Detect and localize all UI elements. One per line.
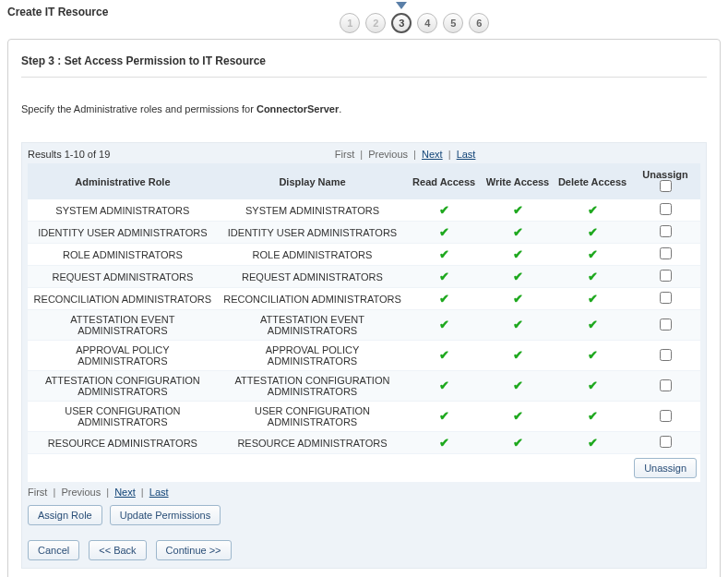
table-row: ROLE ADMINISTRATORSROLE ADMINISTRATORS (28, 244, 700, 266)
cancel-button[interactable]: Cancel (28, 540, 79, 560)
col-header-unassign-label: Unassign (634, 169, 697, 180)
results-count: Results 1-10 of 19 (28, 149, 110, 160)
cell-display: ROLE ADMINISTRATORS (218, 244, 408, 266)
step-title: Step 3 : Set Access Permission to IT Res… (21, 54, 707, 67)
cell-delete-access (555, 222, 630, 244)
check-icon (511, 226, 524, 239)
pager-last-bottom[interactable]: Last (149, 487, 169, 498)
cell-delete-access (555, 244, 630, 266)
col-header-unassign: Unassign (630, 163, 700, 199)
svg-marker-0 (396, 2, 407, 9)
cell-role: ROLE ADMINISTRATORS (28, 244, 218, 266)
unassign-checkbox[interactable] (660, 270, 672, 282)
table-row: REQUEST ADMINISTRATORSREQUEST ADMINISTRA… (28, 266, 700, 288)
wizard-stepper: 123456 (340, 6, 489, 33)
cell-read-access (407, 432, 481, 454)
cell-display: ATTESTATION CONFIGURATION ADMINISTRATORS (218, 371, 408, 402)
check-icon (586, 379, 599, 392)
unassign-checkbox[interactable] (660, 379, 672, 391)
cell-delete-access (555, 341, 630, 371)
wizard-panel: Step 3 : Set Access Permission to IT Res… (7, 39, 721, 577)
col-header-write: Write Access (481, 163, 555, 199)
table-row: RECONCILIATION ADMINISTRATORSRECONCILIAT… (28, 288, 700, 310)
cell-read-access (407, 341, 481, 371)
wizard-step-6[interactable]: 6 (469, 13, 489, 33)
check-icon (437, 204, 450, 217)
unassign-checkbox[interactable] (660, 410, 672, 422)
back-button[interactable]: << Back (89, 540, 146, 560)
wizard-step-4[interactable]: 4 (417, 13, 437, 33)
check-icon (511, 293, 524, 306)
assign-role-button[interactable]: Assign Role (28, 505, 102, 525)
cell-unassign (630, 432, 700, 454)
permissions-table-region: Results 1-10 of 19 First | Previous | Ne… (21, 142, 707, 569)
cell-delete-access (555, 432, 630, 454)
check-icon (437, 319, 450, 331)
pager-next[interactable]: Next (422, 149, 443, 160)
cell-write-access (481, 402, 555, 432)
cell-write-access (481, 266, 555, 288)
instruction-text: Specify the Administrative roles and per… (21, 103, 707, 114)
cell-unassign (630, 341, 700, 371)
unassign-checkbox[interactable] (660, 436, 672, 448)
unassign-checkbox[interactable] (660, 203, 672, 215)
pager-next-bottom[interactable]: Next (114, 487, 136, 498)
step-indicator-icon (340, 2, 489, 9)
table-row: SYSTEM ADMINISTRATORSSYSTEM ADMINISTRATO… (28, 199, 700, 222)
unassign-all-checkbox[interactable] (660, 180, 672, 192)
cell-unassign (630, 371, 700, 402)
permissions-table-body: SYSTEM ADMINISTRATORSSYSTEM ADMINISTRATO… (28, 199, 700, 454)
update-permissions-button[interactable]: Update Permissions (110, 505, 221, 525)
cell-display: SYSTEM ADMINISTRATORS (218, 199, 408, 222)
cell-role: RESOURCE ADMINISTRATORS (28, 432, 218, 454)
check-icon (511, 319, 524, 331)
cell-unassign (630, 222, 700, 244)
pager-top: First | Previous | Next | Last (110, 149, 700, 160)
unassign-button[interactable]: Unassign (634, 458, 697, 478)
wizard-step-3[interactable]: 3 (391, 13, 412, 33)
divider (21, 77, 707, 78)
cell-delete-access (555, 402, 630, 432)
unassign-checkbox[interactable] (660, 349, 672, 361)
cell-unassign (630, 199, 700, 222)
check-icon (586, 437, 599, 450)
instr-suffix: . (339, 103, 341, 114)
check-icon (511, 410, 524, 423)
continue-button[interactable]: Continue >> (156, 540, 232, 560)
check-icon (437, 379, 450, 392)
cell-unassign (630, 310, 700, 341)
check-icon (586, 248, 599, 261)
unassign-checkbox[interactable] (660, 319, 672, 331)
unassign-checkbox[interactable] (660, 247, 672, 259)
table-row: IDENTITY USER ADMINISTRATORSIDENTITY USE… (28, 222, 700, 244)
pager-previous-bottom: Previous (61, 487, 101, 498)
cell-read-access (407, 222, 481, 244)
col-header-display: Display Name (218, 163, 408, 199)
wizard-step-5[interactable]: 5 (443, 13, 463, 33)
cell-display: RESOURCE ADMINISTRATORS (218, 432, 408, 454)
cell-display: IDENTITY USER ADMINISTRATORS (218, 222, 408, 244)
cell-role: ATTESTATION CONFIGURATION ADMINISTRATORS (28, 371, 218, 402)
check-icon (437, 270, 450, 283)
cell-unassign (630, 402, 700, 432)
cell-read-access (407, 266, 481, 288)
cell-delete-access (555, 288, 630, 310)
check-icon (586, 293, 599, 306)
cell-read-access (407, 310, 481, 341)
unassign-checkbox[interactable] (660, 225, 672, 237)
pager-last[interactable]: Last (457, 149, 476, 160)
check-icon (511, 204, 524, 217)
cell-write-access (481, 199, 555, 222)
pager-first: First (335, 149, 354, 160)
check-icon (586, 319, 599, 331)
unassign-checkbox[interactable] (660, 292, 672, 304)
cell-write-access (481, 288, 555, 310)
cell-read-access (407, 244, 481, 266)
cell-display: ATTESTATION EVENT ADMINISTRATORS (218, 310, 408, 341)
check-icon (586, 270, 599, 283)
instr-target: ConnectorServer (257, 103, 339, 114)
cell-role: RECONCILIATION ADMINISTRATORS (28, 288, 218, 310)
cell-unassign (630, 288, 700, 310)
table-row: ATTESTATION CONFIGURATION ADMINISTRATORS… (28, 371, 700, 402)
cell-read-access (407, 402, 481, 432)
